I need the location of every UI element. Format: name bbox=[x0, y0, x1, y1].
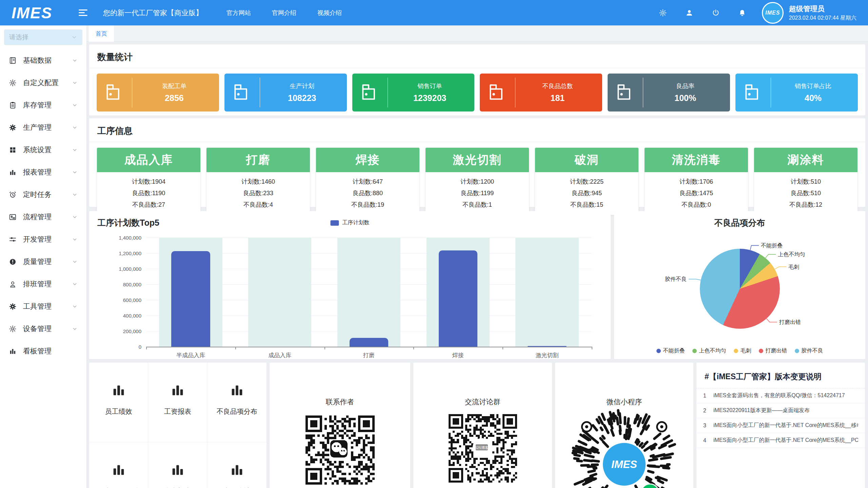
nav-link-官网介绍[interactable]: 官网介绍 bbox=[272, 9, 296, 17]
process-cards-row: 成品入库计划数:1904良品数:1190不良品数:27打磨计划数:1460良品数… bbox=[89, 142, 865, 221]
sidebar-item-自定义配置[interactable]: 自定义配置 bbox=[0, 72, 86, 94]
user-icon[interactable] bbox=[685, 9, 693, 17]
process-good: 良品数:945 bbox=[535, 187, 638, 199]
report-link-不良品项汇总[interactable]: 不良品项汇总 bbox=[89, 442, 148, 488]
process-bad: 不良品数:15 bbox=[535, 199, 638, 210]
pie-legend-item-胶件不良[interactable]: 胶件不良 bbox=[795, 347, 823, 354]
process-bad: 不良品数:1 bbox=[426, 199, 529, 210]
sidebar-item-库存管理[interactable]: 库存管理 bbox=[0, 94, 86, 116]
process-name: 破洞 bbox=[535, 148, 638, 172]
report-label: 不良品项分布 bbox=[217, 407, 257, 416]
stat-label: 良品率 bbox=[643, 82, 727, 90]
pie-legend: 不能折叠上色不均匀毛刺打磨出错胶件不良 bbox=[614, 347, 865, 354]
process-name: 涮涂料 bbox=[754, 148, 857, 172]
sidebar-item-生产管理[interactable]: 生产管理 bbox=[0, 116, 86, 139]
sidebar-item-label: 定时任务 bbox=[23, 190, 72, 199]
bar-chart-title: 工序计划数Top5 bbox=[97, 217, 159, 228]
miniprogram-qr-code: IMESS bbox=[567, 407, 682, 488]
nav-link-视频介绍[interactable]: 视频介绍 bbox=[317, 9, 342, 17]
chevron-down-icon bbox=[72, 169, 78, 175]
svg-text:625博客: 625博客 bbox=[475, 446, 488, 450]
sidebar-item-报表管理[interactable]: 报表管理 bbox=[0, 161, 86, 183]
sidebar-item-基础数据[interactable]: 基础数据 bbox=[0, 49, 86, 72]
app-root: IMES 您的新一代工厂管家【商业版】 官方网站官网介绍视频介绍 IMES 超级… bbox=[0, 0, 868, 488]
process-card-激光切割: 激光切割计划数:1200良品数:1199不良品数:1 bbox=[425, 147, 529, 215]
bar-chart-plot: 0200,000400,000600,000800,0001,000,0001,… bbox=[89, 211, 611, 359]
app-logo: IMES bbox=[12, 4, 76, 22]
sidebar-item-label: 排班管理 bbox=[23, 279, 72, 289]
bar-chart-icon bbox=[9, 168, 17, 176]
process-card-清洗消毒: 清洗消毒计划数:1706良品数:1475不良品数:0 bbox=[644, 147, 748, 215]
changelog-item-3[interactable]: 3iMES面向小型工厂的新一代基于.NET Core的MES系统__移动端 bbox=[696, 418, 865, 433]
bar-chart-legend[interactable]: 工序计划数 bbox=[331, 219, 370, 226]
pie-chart-panel: 不良品项分布 不能折叠上色不均匀毛刺打磨出错胶件不良 不能折叠上色不均匀毛刺打磨… bbox=[614, 211, 865, 359]
pie-legend-item-打磨出错[interactable]: 打磨出错 bbox=[759, 347, 787, 354]
menu-toggle-icon[interactable] bbox=[79, 9, 87, 16]
report-link-生产报表[interactable]: 生产报表 bbox=[148, 442, 207, 488]
process-plan: 计划数:1460 bbox=[206, 176, 310, 187]
stat-card-装配工单: 装配工单2856 bbox=[97, 74, 219, 111]
process-name: 打磨 bbox=[206, 148, 310, 172]
folder-icon bbox=[735, 82, 771, 103]
y-axis-label: 800,000 bbox=[97, 282, 141, 287]
kanban-icon bbox=[9, 347, 17, 355]
report-label: 产量统计 bbox=[223, 487, 251, 488]
pie-legend-item-上色不均匀[interactable]: 上色不均匀 bbox=[692, 347, 726, 354]
sidebar-item-系统设置[interactable]: 系统设置 bbox=[0, 139, 86, 161]
changelog-item-2[interactable]: 2iMES20220911版本更新——桌面端发布 bbox=[696, 403, 865, 418]
group-qr-code: 625博客 bbox=[449, 414, 517, 483]
process-plan: 计划数:1200 bbox=[426, 176, 529, 187]
stat-card-销售订单: 销售订单1239203 bbox=[352, 74, 475, 111]
sidebar-item-定时任务[interactable]: 定时任务 bbox=[0, 183, 86, 206]
report-label: 员工绩效 bbox=[105, 407, 132, 416]
process-plan: 计划数:1904 bbox=[97, 176, 200, 187]
sidebar-item-label: 库存管理 bbox=[23, 100, 72, 110]
top-nav: 官方网站官网介绍视频介绍 bbox=[226, 9, 342, 17]
stat-label: 销售订单 bbox=[388, 82, 472, 90]
nav-link-官方网站[interactable]: 官方网站 bbox=[226, 9, 251, 17]
report-link-产量统计[interactable]: 产量统计 bbox=[208, 442, 267, 488]
sidebar-item-看板管理[interactable]: 看板管理 bbox=[0, 340, 86, 362]
sidebar-item-质量管理[interactable]: 质量管理 bbox=[0, 250, 86, 273]
report-link-员工绩效[interactable]: 员工绩效 bbox=[89, 363, 148, 442]
report-link-不良品项分布[interactable]: 不良品项分布 bbox=[208, 363, 267, 442]
sidebar-item-label: 流程管理 bbox=[23, 212, 72, 222]
avatar[interactable]: IMES bbox=[762, 2, 784, 24]
pie-label-胶件不良: 胶件不良 bbox=[665, 276, 687, 282]
pie-legend-item-毛刺[interactable]: 毛刺 bbox=[734, 347, 751, 354]
tab-home[interactable]: 首页 bbox=[89, 25, 114, 42]
gear-icon[interactable] bbox=[659, 9, 667, 17]
sidebar-item-工具管理[interactable]: 工具管理 bbox=[0, 295, 86, 318]
folder-icon bbox=[608, 82, 643, 103]
pie-legend-item-不能折叠[interactable]: 不能折叠 bbox=[656, 347, 685, 354]
legend-label: 工序计划数 bbox=[342, 219, 370, 226]
clipboard-icon bbox=[9, 101, 17, 109]
process-good: 良品数:233 bbox=[206, 187, 310, 199]
process-bad: 不良品数:12 bbox=[754, 199, 857, 210]
y-axis-label: 0 bbox=[97, 344, 141, 349]
x-axis-label: 焊接 bbox=[413, 351, 502, 359]
sidebar-item-开发管理[interactable]: 开发管理 bbox=[0, 228, 86, 250]
x-axis-label: 成品入库 bbox=[235, 351, 324, 359]
folder-icon bbox=[480, 82, 515, 103]
miniprogram-panel: 微信小程序 IMESS bbox=[555, 363, 693, 488]
process-good: 良品数:880 bbox=[316, 187, 419, 199]
user-info: 超级管理员 2023.02.04 02:07:44 星期六 bbox=[789, 4, 856, 22]
sidebar-item-流程管理[interactable]: 流程管理 bbox=[0, 206, 86, 228]
sidebar-item-label: 设备管理 bbox=[23, 324, 72, 333]
sidebar-item-排班管理[interactable]: 排班管理 bbox=[0, 273, 86, 295]
changelog-item-4[interactable]: 4iMES面向小型工厂的新一代基于.NET Core的MES系统__PC端 bbox=[696, 433, 865, 448]
report-link-工资报表[interactable]: 工资报表 bbox=[148, 363, 207, 442]
changelog-item-1[interactable]: 1iMES全套源码出售，有意的联系QQ/微信：514224717 bbox=[696, 388, 865, 403]
sidebar-filter-select[interactable]: 请选择 bbox=[4, 29, 82, 45]
y-axis-label: 600,000 bbox=[97, 298, 141, 303]
power-icon[interactable] bbox=[712, 9, 720, 17]
sidebar-item-设备管理[interactable]: 设备管理 bbox=[0, 318, 86, 340]
chevron-down-icon bbox=[72, 192, 78, 198]
contact-title: 联系作者 bbox=[270, 363, 410, 407]
report-label: 工资报表 bbox=[164, 407, 191, 416]
charts-row: 工序计划数Top5 工序计划数 0200,000400,000600,00080… bbox=[89, 211, 865, 359]
chevron-down-icon bbox=[72, 281, 78, 287]
svg-text:IMES: IMES bbox=[611, 459, 637, 470]
bell-icon[interactable] bbox=[738, 9, 746, 17]
